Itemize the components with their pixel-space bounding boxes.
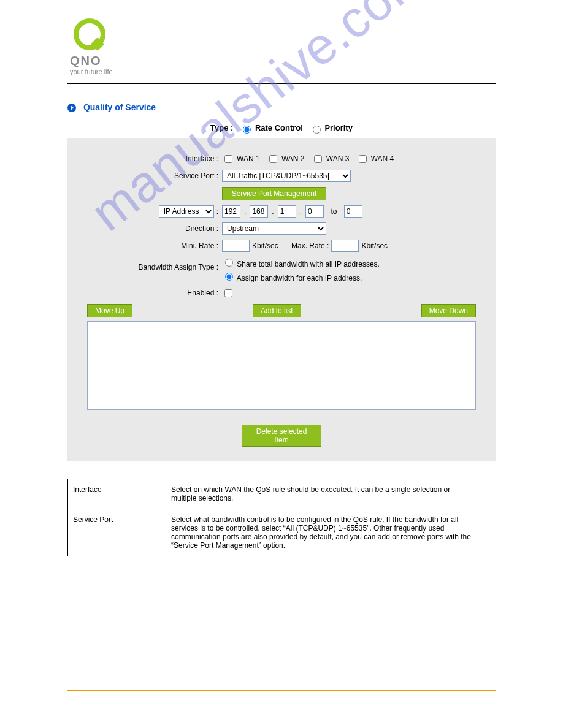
delete-selected-button[interactable]: Delete selected Item <box>242 425 321 447</box>
max-rate-unit: Kbit/sec <box>361 241 388 250</box>
wan3-checkbox[interactable] <box>314 155 322 163</box>
wan2-label: WAN 2 <box>282 154 305 163</box>
logo-block: QNO your future life <box>67 18 496 75</box>
rules-listbox[interactable] <box>87 321 476 410</box>
description-table: Interface Select on which WAN the QoS ru… <box>67 479 478 556</box>
enabled-label: Enabled : <box>75 289 222 297</box>
wan4-label: WAN 4 <box>371 154 394 163</box>
header-rule <box>67 83 496 84</box>
move-up-button[interactable]: Move Up <box>87 304 132 317</box>
direction-label: Direction : <box>75 224 222 233</box>
assign-each-label: Assign bandwidth for each IP address. <box>237 274 362 282</box>
service-port-select[interactable]: All Traffic [TCP&UDP/1~65535] <box>222 170 351 182</box>
assign-each-radio[interactable] <box>225 273 233 281</box>
ip-octet-4[interactable] <box>305 205 324 218</box>
logo-tagline: your future life <box>70 68 496 75</box>
table-row: Interface Select on which WAN the QoS ru… <box>68 479 478 509</box>
add-to-list-button[interactable]: Add to list <box>253 304 301 317</box>
min-rate-label: Mini. Rate : <box>75 241 222 250</box>
type-rate-control-label: Rate Control <box>255 123 303 132</box>
section-title: Quality of Service <box>67 102 496 112</box>
type-priority-radio[interactable] <box>313 126 321 134</box>
type-label: Type : <box>210 123 233 132</box>
move-down-button[interactable]: Move Down <box>421 304 476 317</box>
wan1-checkbox[interactable] <box>224 155 232 163</box>
wan2-checkbox[interactable] <box>269 155 277 163</box>
ip-range-end[interactable] <box>344 205 362 218</box>
ip-to-label: to <box>331 207 337 216</box>
qos-form-panel: Interface : WAN 1 WAN 2 WAN 3 WAN 4 Serv… <box>67 138 496 461</box>
min-rate-input[interactable] <box>222 240 250 252</box>
ip-mode-select[interactable]: IP Address <box>159 205 214 218</box>
assign-share-label: Share total bandwidth with all IP addres… <box>237 260 380 268</box>
table-cell-interface-desc: Select on which WAN the QoS rule should … <box>166 479 478 509</box>
wan4-checkbox[interactable] <box>359 155 367 163</box>
ip-octet-1[interactable] <box>222 205 240 218</box>
logo-brand: QNO <box>70 54 496 68</box>
type-selector-row: Type : Rate Control Priority <box>67 123 496 134</box>
type-rate-control-radio[interactable] <box>243 126 251 134</box>
direction-select[interactable]: Upstream <box>222 222 326 235</box>
min-rate-unit: Kbit/sec <box>252 241 278 250</box>
bandwidth-assign-label: Bandwidth Assign Type : <box>75 257 222 271</box>
wan1-label: WAN 1 <box>237 154 260 163</box>
ip-octet-3[interactable] <box>278 205 296 218</box>
service-port-label: Service Port : <box>75 172 222 180</box>
service-port-management-button[interactable]: Service Port Management <box>222 187 326 200</box>
footer-rule <box>67 690 496 691</box>
section-title-text: Quality of Service <box>83 102 156 112</box>
table-cell-serviceport-desc: Select what bandwidth control is to be c… <box>166 509 478 556</box>
logo-icon <box>74 18 105 50</box>
table-cell-interface-label: Interface <box>68 479 166 509</box>
enabled-checkbox[interactable] <box>224 289 232 297</box>
interface-label: Interface : <box>75 154 222 163</box>
type-priority-label: Priority <box>324 123 353 132</box>
table-cell-serviceport-label: Service Port <box>68 509 166 556</box>
max-rate-input[interactable] <box>331 240 359 252</box>
assign-share-radio[interactable] <box>225 259 233 267</box>
ip-octet-2[interactable] <box>250 205 268 218</box>
table-row: Service Port Select what bandwidth contr… <box>68 509 478 556</box>
wan3-label: WAN 3 <box>326 154 350 163</box>
arrow-circle-icon <box>67 104 76 112</box>
max-rate-label: Max. Rate : <box>291 241 329 250</box>
